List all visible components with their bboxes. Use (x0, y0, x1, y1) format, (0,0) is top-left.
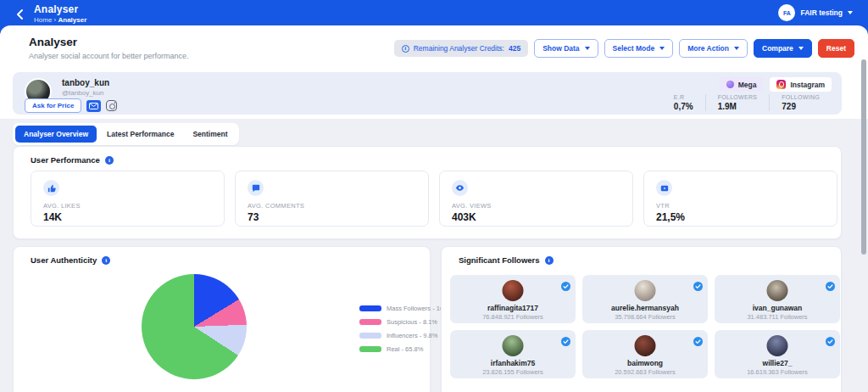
follower-count: 16.619.363 Followers (715, 368, 840, 376)
verified-check-icon (693, 279, 703, 294)
follower-count: 20.592.663 Followers (582, 368, 708, 376)
instagram-icon[interactable] (106, 100, 117, 111)
metric-card-vtr: VTR 21,5% (643, 171, 837, 227)
avatar: FA (778, 4, 795, 21)
follower-card[interactable]: willie27_ 16.619.363 Followers (715, 330, 840, 378)
profile-actions: Ask for Price (25, 98, 117, 113)
info-icon[interactable] (105, 156, 114, 165)
legend-swatch (359, 305, 381, 311)
reset-label: Reset (826, 44, 846, 53)
video-icon (656, 180, 672, 196)
profile-stats: E.R 0,7% FOLLOWERS 1.9M FOLLOWING 729 (662, 94, 832, 111)
follower-card[interactable]: aurelie.hermansyah 35.798.664 Followers (582, 275, 708, 323)
profile-card: tanboy_kun @tanboy_kun Ask for Price Meg… (13, 72, 842, 115)
follower-username: irfanhakim75 (450, 359, 576, 367)
verified-check-icon (826, 279, 835, 294)
tab-latest-performance[interactable]: Latest Performance (98, 126, 182, 143)
back-icon[interactable] (14, 8, 27, 21)
stat-label: E.R (674, 94, 693, 100)
credits-label: Remaining Analyser Credits: (414, 44, 504, 53)
main-content: Analyser Analyser social account for bet… (0, 25, 868, 392)
profile-badges: Mega Instagram (720, 77, 832, 92)
tier-label: Mega (738, 81, 757, 89)
chevron-down-icon (659, 47, 665, 50)
info-icon[interactable] (545, 256, 554, 265)
stat-following: FOLLOWING 729 (769, 94, 832, 111)
chevron-down-icon (585, 47, 590, 50)
tier-badge: Mega (720, 77, 764, 92)
metric-card-avg-likes: AVG. LIKES 14K (31, 171, 225, 227)
metric-label: AVG. LIKES (43, 202, 81, 210)
follower-card[interactable]: raffinagita1717 76.848.921 Followers (450, 275, 576, 323)
breadcrumb-home[interactable]: Home (34, 16, 52, 24)
platform-badge: Instagram (770, 77, 832, 92)
significant-followers-panel: Significant Followers raffinagita1717 76… (441, 246, 842, 392)
user-authenticity-title: User Authenticity (31, 255, 110, 265)
reset-button[interactable]: Reset (818, 39, 854, 58)
legend-swatch (359, 319, 381, 325)
significant-followers-title: Significant Followers (459, 255, 554, 265)
toolbar: Remaining Analyser Credits: 425 Show Dat… (394, 39, 854, 58)
comment-icon (248, 180, 264, 196)
topbar-title: Analyser (34, 3, 78, 15)
follower-count: 23.826.155 Followers (450, 368, 576, 376)
page-subtitle: Analyser social account for better perfo… (29, 52, 189, 60)
tab-analyser-overview[interactable]: Analyser Overview (15, 126, 97, 143)
follower-card[interactable]: ivan_gunawan 31.483.711 Followers (715, 275, 840, 323)
metric-card-avg-views: AVG. VIEWS 403K (439, 171, 633, 227)
chevron-down-icon (798, 47, 804, 50)
follower-username: baimwong (582, 359, 708, 367)
info-icon[interactable] (102, 256, 110, 265)
avatar (767, 280, 788, 301)
thumbs-up-icon (43, 180, 59, 196)
follower-username: willie27_ (715, 359, 840, 367)
profile-handle: @tanboy_kun (62, 89, 104, 97)
metric-value: 403K (452, 211, 476, 223)
metric-card-avg-comments: AVG. COMMENTS 73 (235, 171, 429, 227)
gem-icon (726, 81, 734, 88)
section-title-text: Significant Followers (459, 255, 540, 265)
verified-check-icon (826, 334, 835, 350)
chevron-down-icon (734, 47, 739, 50)
user-performance-title: User Performance (31, 155, 114, 165)
metric-value: 21,5% (656, 211, 685, 223)
more-action-label: More Action (687, 44, 729, 53)
more-action-button[interactable]: More Action (679, 39, 748, 58)
section-title-text: User Authenticity (31, 255, 97, 265)
legend-label: Influencers - 9.8% (387, 332, 437, 339)
follower-username: aurelie.hermansyah (582, 304, 708, 312)
top-navigation-bar: Analyser Home › Analyser FA FAIR testing (0, 0, 868, 29)
profile-name: tanboy_kun (62, 78, 109, 87)
metric-label: AVG. VIEWS (452, 202, 492, 210)
breadcrumb-separator: › (54, 16, 57, 24)
metric-label: VTR (656, 202, 670, 210)
stat-value: 729 (782, 102, 820, 111)
scrollbar[interactable] (861, 59, 866, 255)
info-icon (402, 45, 409, 53)
show-data-button[interactable]: Show Data (534, 39, 598, 58)
stat-followers: FOLLOWERS 1.9M (705, 94, 770, 111)
stat-er: E.R 0,7% (662, 94, 705, 111)
legend-label: Real - 65.8% (387, 345, 423, 353)
follower-card[interactable]: baimwong 20.592.663 Followers (582, 330, 708, 378)
verified-check-icon (561, 279, 570, 294)
follower-card[interactable]: irfanhakim75 23.826.155 Followers (450, 330, 576, 378)
legend-label: Suspicious - 8.1% (387, 318, 437, 326)
select-mode-button[interactable]: Select Mode (604, 39, 674, 58)
follower-username: ivan_gunawan (715, 304, 840, 312)
instagram-logo-icon (776, 80, 786, 89)
legend-swatch (359, 346, 381, 352)
tab-sentiment[interactable]: Sentiment (184, 126, 236, 143)
ask-for-price-button[interactable]: Ask for Price (25, 98, 81, 113)
follower-username: raffinagita1717 (450, 304, 576, 312)
compare-button[interactable]: Compare (754, 39, 812, 58)
avatar (767, 335, 788, 356)
legend-swatch (359, 333, 381, 339)
mail-icon[interactable] (86, 100, 101, 112)
avatar (503, 335, 524, 356)
compare-label: Compare (762, 44, 793, 53)
select-mode-label: Select Mode (613, 44, 655, 53)
metric-value: 14K (43, 211, 62, 223)
follower-count: 31.483.711 Followers (715, 313, 840, 321)
account-menu[interactable]: FA FAIR testing (778, 3, 853, 22)
